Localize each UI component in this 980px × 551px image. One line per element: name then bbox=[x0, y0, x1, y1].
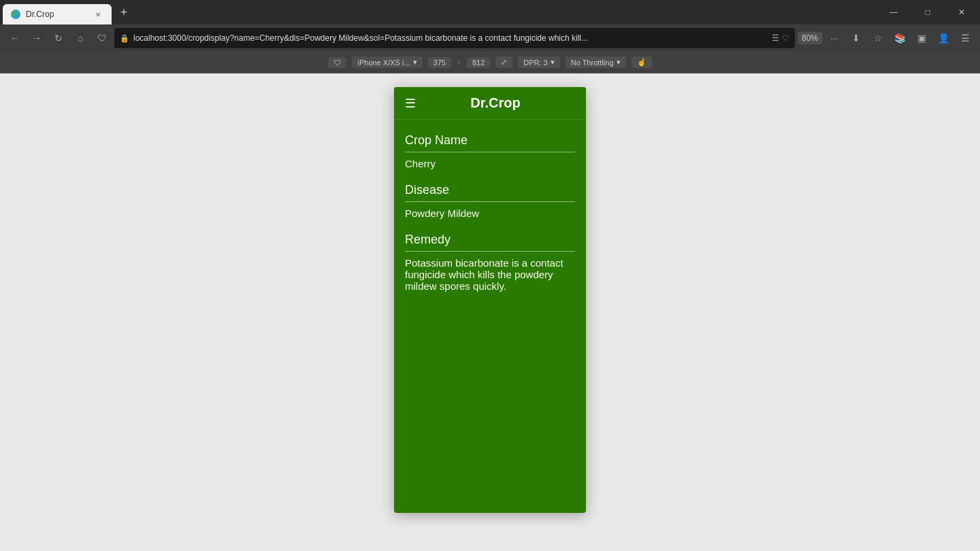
content-area: ☰ Dr.Crop Crop Name Cherry Disease Powde… bbox=[0, 73, 980, 527]
width-value: 375 bbox=[434, 59, 446, 67]
refresh-button[interactable]: ↻ bbox=[49, 29, 68, 48]
remedy-section: Remedy Potassium bicarbonate is a contac… bbox=[405, 233, 575, 292]
close-button[interactable]: ✕ bbox=[946, 0, 977, 24]
address-bar[interactable]: 🔒 localhost:3000/cropdisplay?name=Cherry… bbox=[114, 28, 795, 48]
app-header: ☰ Dr.Crop bbox=[394, 87, 586, 120]
window-controls: — □ ✕ bbox=[878, 0, 977, 24]
crop-name-label: Crop Name bbox=[405, 133, 575, 148]
throttle-dropdown-icon: ▾ bbox=[617, 58, 621, 67]
throttle-value: No Throttling bbox=[571, 59, 614, 67]
app-title: Dr.Crop bbox=[416, 95, 575, 111]
url-text: localhost:3000/cropdisplay?name=Cherry&d… bbox=[133, 33, 768, 43]
touch-icon: ☝ bbox=[637, 58, 647, 67]
security-shield-icon: 🛡 bbox=[333, 59, 341, 67]
address-bar-icons: ☰ ♡ bbox=[772, 33, 789, 43]
device-toolbar: 🛡 iPhone X/XS i... ▾ 375 × 812 ⤢ DPR: 3 … bbox=[0, 52, 980, 73]
crop-name-value: Cherry bbox=[405, 158, 575, 169]
nav-bar: ← → ↻ ⌂ 🛡 🔒 localhost:3000/cropdisplay?n… bbox=[0, 24, 980, 52]
dimension-separator: × bbox=[457, 58, 461, 67]
remedy-label: Remedy bbox=[405, 233, 575, 247]
tab-bar: Dr.Crop ✕ + — □ ✕ bbox=[0, 0, 980, 24]
device-dropdown-icon: ▾ bbox=[413, 58, 417, 67]
viewport-width[interactable]: 375 bbox=[428, 57, 451, 68]
tab-close-button[interactable]: ✕ bbox=[93, 9, 103, 20]
device-selector[interactable]: iPhone X/XS i... ▾ bbox=[352, 56, 422, 68]
app-body: Crop Name Cherry Disease Powdery Mildew … bbox=[394, 120, 586, 319]
back-button[interactable]: ← bbox=[5, 29, 24, 48]
viewport-height[interactable]: 812 bbox=[467, 57, 490, 68]
new-tab-button[interactable]: + bbox=[114, 3, 133, 22]
crop-name-divider bbox=[405, 152, 575, 152]
tab-title: Dr.Crop bbox=[26, 10, 54, 19]
minimize-button[interactable]: — bbox=[878, 0, 909, 24]
sidebar-icon[interactable]: ▣ bbox=[912, 29, 931, 48]
hamburger-menu-icon[interactable]: ☰ bbox=[405, 97, 416, 110]
maximize-button[interactable]: □ bbox=[912, 0, 943, 24]
device-security-indicator: 🛡 bbox=[328, 57, 346, 68]
remedy-value: Potassium bicarbonate is a contact fungi… bbox=[405, 257, 575, 292]
dpr-selector[interactable]: DPR: 3 ▾ bbox=[518, 56, 559, 68]
star-icon[interactable]: ☆ bbox=[868, 29, 887, 48]
library-icon[interactable]: 📚 bbox=[890, 29, 909, 48]
touch-button[interactable]: ☝ bbox=[632, 56, 652, 68]
disease-value: Powdery Mildew bbox=[405, 207, 575, 219]
mobile-app: ☰ Dr.Crop Crop Name Cherry Disease Powde… bbox=[394, 87, 586, 513]
more-options-icon[interactable]: ··· bbox=[825, 29, 844, 48]
remedy-divider bbox=[405, 251, 575, 252]
active-tab[interactable]: Dr.Crop ✕ bbox=[3, 4, 112, 24]
crop-name-section: Crop Name Cherry bbox=[405, 133, 575, 169]
disease-section: Disease Powdery Mildew bbox=[405, 183, 575, 219]
profile-icon[interactable]: 👤 bbox=[934, 29, 953, 48]
device-name: iPhone X/XS i... bbox=[357, 59, 410, 67]
rotate-button[interactable]: ⤢ bbox=[495, 56, 512, 68]
bookmark-icon: ♡ bbox=[782, 33, 789, 43]
disease-label: Disease bbox=[405, 183, 575, 197]
security-icon: 🔒 bbox=[120, 34, 129, 43]
throttle-selector[interactable]: No Throttling ▾ bbox=[566, 56, 626, 68]
reader-icon: ☰ bbox=[772, 33, 779, 43]
nav-right: 80% ··· ⬇ ☆ 📚 ▣ 👤 ☰ bbox=[798, 29, 975, 48]
shield-icon: 🛡 bbox=[93, 29, 112, 48]
dpr-value: DPR: 3 bbox=[523, 59, 547, 67]
height-value: 812 bbox=[472, 59, 485, 67]
app-footer bbox=[394, 319, 586, 455]
zoom-level[interactable]: 80% bbox=[798, 32, 822, 44]
forward-button[interactable]: → bbox=[27, 29, 46, 48]
dpr-dropdown-icon: ▾ bbox=[551, 58, 555, 67]
tab-favicon bbox=[11, 10, 20, 19]
home-button[interactable]: ⌂ bbox=[71, 29, 90, 48]
disease-divider bbox=[405, 201, 575, 202]
menu-icon[interactable]: ☰ bbox=[956, 29, 975, 48]
pocket-icon[interactable]: ⬇ bbox=[847, 29, 866, 48]
